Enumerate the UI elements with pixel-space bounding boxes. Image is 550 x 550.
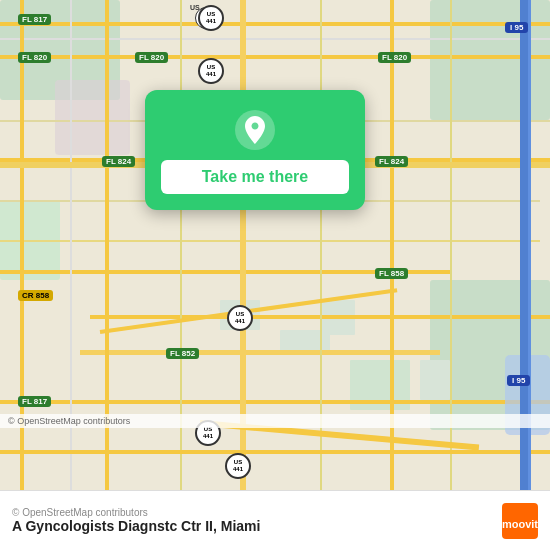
fl820-label-mid: FL 820 bbox=[135, 46, 168, 64]
fl824-label-left: FL 824 bbox=[102, 150, 135, 168]
fl820-label-left: FL 820 bbox=[18, 46, 51, 64]
fl852-label: FL 852 bbox=[166, 342, 199, 360]
us441-badge-top: US441 bbox=[198, 5, 224, 31]
popup-card: Take me there bbox=[145, 90, 365, 210]
moovit-logo-icon: moovit bbox=[502, 503, 538, 539]
map-attribution: © OpenStreetMap contributors bbox=[0, 414, 550, 428]
place-name: A Gyncologists Diagnstc Ctr II, Miami bbox=[12, 518, 502, 534]
svg-text:moovit: moovit bbox=[502, 518, 538, 530]
fl824-label-right: FL 824 bbox=[375, 150, 408, 168]
take-me-there-button[interactable]: Take me there bbox=[161, 160, 349, 194]
us441-badge-lower: US441 bbox=[227, 305, 253, 331]
cr858-label: CR 858 bbox=[18, 284, 53, 302]
fl817-label-lower: FL 817 bbox=[18, 390, 51, 408]
fl820-label-right: FL 820 bbox=[378, 46, 411, 64]
i95-badge-lower: I 95 bbox=[507, 375, 530, 386]
copyright-text: © OpenStreetMap contributors bbox=[12, 507, 502, 518]
location-pin-icon bbox=[233, 108, 277, 152]
road-label-fl817-top: FL 817 bbox=[18, 14, 51, 25]
us441-badge-bottom2: US441 bbox=[225, 453, 251, 479]
us441-badge-mid: US441 bbox=[198, 58, 224, 84]
i95-badge-top: I 95 bbox=[505, 22, 528, 33]
bottom-bar: © OpenStreetMap contributors A Gyncologi… bbox=[0, 490, 550, 550]
moovit-logo: moovit bbox=[502, 503, 538, 539]
fl858-label: FL 858 bbox=[375, 262, 408, 280]
map-view[interactable]: FL 817 441 US US441 FL 820 FL 820 FL 820… bbox=[0, 0, 550, 490]
